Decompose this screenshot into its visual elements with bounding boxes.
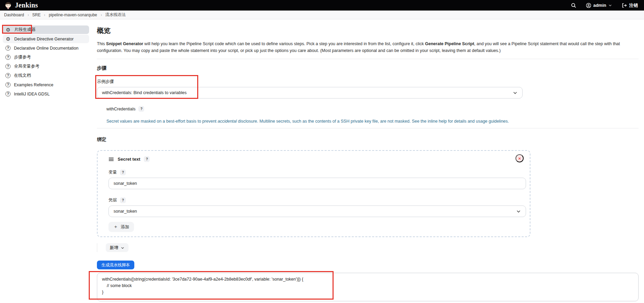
breadcrumb-dashboard[interactable]: Dashboard [4, 13, 24, 17]
logout-button[interactable]: 注销 [620, 1, 640, 10]
chevron-down-icon [516, 209, 521, 214]
sample-step-label: 示例步骤 [97, 79, 523, 85]
gear-icon: ⚙ [5, 27, 11, 32]
breadcrumb-folder[interactable]: SRE [32, 13, 41, 17]
search-icon [571, 3, 576, 8]
sample-step-selected-value: withCredentials: Bind credentials to var… [102, 90, 187, 95]
section-divider [97, 59, 639, 59]
user-menu[interactable]: admin [584, 2, 614, 9]
sidebar-item-label: 片段生成器 [14, 27, 36, 33]
step-help-note: Secret values are masked on a best-effor… [106, 119, 630, 124]
section-divider [97, 128, 639, 128]
intro-bold-snippet-generator: Snippet Generator [106, 41, 143, 46]
page-title: 概览 [97, 26, 639, 35]
sidebar-item-examples-reference[interactable]: ? Examples Reference [3, 81, 89, 89]
breadcrumb-job[interactable]: pipeline-maven-sonarqube [49, 13, 97, 17]
breadcrumb-separator-icon: › [101, 12, 102, 17]
sample-step-select[interactable]: withCredentials: Bind credentials to var… [97, 87, 523, 99]
sidebar-item-snippet-generator[interactable]: ⚙ 片段生成器 [3, 25, 89, 34]
remove-binding-button[interactable]: × [515, 154, 524, 162]
brand-name: Jenkins [15, 1, 38, 9]
variable-value: sonar_token [114, 181, 137, 186]
gear-icon: ⚙ [5, 36, 11, 41]
add-credential-button[interactable]: ＋ 添加 [108, 222, 134, 232]
new-button-label: 新增 [110, 245, 118, 251]
help-circle-icon: ? [5, 91, 11, 96]
help-circle-icon: ? [5, 64, 11, 69]
breadcrumb-current: 流水线语法 [105, 12, 126, 18]
note-italic: accidental [218, 119, 237, 124]
sidebar-item-label: Declarative Directive Generator [14, 37, 73, 41]
help-circle-icon: ? [5, 82, 11, 87]
search-button[interactable] [569, 2, 578, 9]
jenkins-logo[interactable]: Jenkins [4, 1, 38, 10]
main-panel: 概览 This Snippet Generator will help you … [92, 19, 644, 303]
sidebar-item-intellij-idea-gdsl[interactable]: ? IntelliJ IDEA GDSL [3, 90, 89, 98]
user-icon [586, 3, 591, 8]
help-circle-icon: ? [5, 55, 11, 60]
binding-card: × Secret text ? 变量 ? sonar_token 凭据 ? so… [97, 150, 530, 237]
user-name: admin [593, 3, 606, 8]
credential-select[interactable]: sonar_token [108, 206, 526, 217]
generate-pipeline-script-button[interactable]: 生成流水线脚本 [97, 261, 134, 269]
sidebar: ⚙ 片段生成器 ⚙ Declarative Directive Generato… [0, 19, 92, 303]
sidebar-item-label: 在线文档 [14, 73, 31, 78]
variable-help-icon[interactable]: ? [120, 170, 126, 175]
sidebar-item-global-variable-reference[interactable]: ? 全局变量参考 [3, 62, 89, 71]
steps-section-heading: 步骤 [97, 65, 639, 71]
sidebar-item-online-documentation[interactable]: ? 在线文档 [3, 71, 89, 80]
step-name: withCredentials [106, 107, 135, 111]
chevron-down-icon [513, 90, 518, 95]
sidebar-item-declarative-online-documentation[interactable]: ? Declarative Online Documentation [3, 44, 89, 52]
chevron-down-icon [608, 3, 612, 7]
chevron-down-icon [121, 246, 124, 250]
bindings-section-heading: 绑定 [97, 137, 639, 143]
step-help-icon[interactable]: ? [138, 106, 144, 112]
intro-bold-generate-script: Generate Pipeline Script [425, 41, 474, 46]
sidebar-item-label: Declarative Online Documentation [14, 46, 79, 51]
new-binding-row: 新增 [97, 243, 129, 252]
sidebar-item-label: IntelliJ IDEA GDSL [14, 92, 50, 96]
sidebar-item-step-reference[interactable]: ? 步骤参考 [3, 53, 89, 61]
logout-label: 注销 [629, 2, 638, 8]
breadcrumb-separator-icon: › [44, 12, 45, 17]
sidebar-item-declarative-directive-generator[interactable]: ⚙ Declarative Directive Generator [3, 35, 89, 43]
script-output-textarea[interactable]: withCredentials([string(credentialsId: '… [97, 273, 639, 301]
binding-help-icon[interactable]: ? [144, 156, 150, 162]
top-bar: Jenkins admin 注销 [0, 0, 644, 11]
variable-label: 变量 [108, 170, 117, 175]
credential-help-icon[interactable]: ? [120, 197, 126, 203]
sidebar-item-label: 全局变量参考 [14, 64, 39, 69]
help-circle-icon: ? [5, 46, 11, 51]
credential-label: 凭据 [108, 197, 117, 203]
breadcrumb-separator-icon: › [28, 12, 29, 17]
breadcrumb: Dashboard › SRE › pipeline-maven-sonarqu… [0, 11, 644, 19]
drag-handle-icon[interactable] [108, 157, 114, 161]
help-circle-icon: ? [5, 73, 11, 78]
add-button-label: 添加 [121, 224, 129, 230]
jenkins-butler-icon [4, 1, 12, 10]
credential-selected-value: sonar_token [114, 209, 137, 214]
binding-type-title: Secret text [118, 157, 140, 162]
sidebar-item-label: 步骤参考 [14, 54, 31, 60]
variable-input[interactable]: sonar_token [108, 178, 526, 189]
logout-icon [622, 3, 627, 8]
intro-paragraph: This Snippet Generator will help you lea… [97, 40, 639, 54]
sidebar-item-label: Examples Reference [14, 83, 53, 87]
new-binding-button[interactable]: 新增 [106, 243, 129, 252]
plus-icon: ＋ [113, 224, 118, 230]
